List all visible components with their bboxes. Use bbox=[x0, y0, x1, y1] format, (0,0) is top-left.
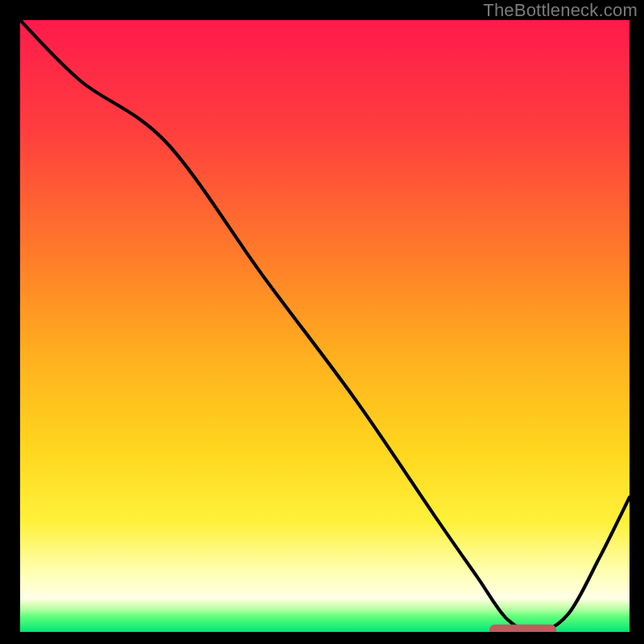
attribution-label: TheBottleneck.com bbox=[483, 0, 638, 21]
chart-stage: TheBottleneck.com bbox=[0, 0, 644, 644]
optimum-marker bbox=[489, 625, 556, 636]
plot-background bbox=[20, 20, 630, 632]
bottleneck-chart bbox=[0, 0, 644, 644]
